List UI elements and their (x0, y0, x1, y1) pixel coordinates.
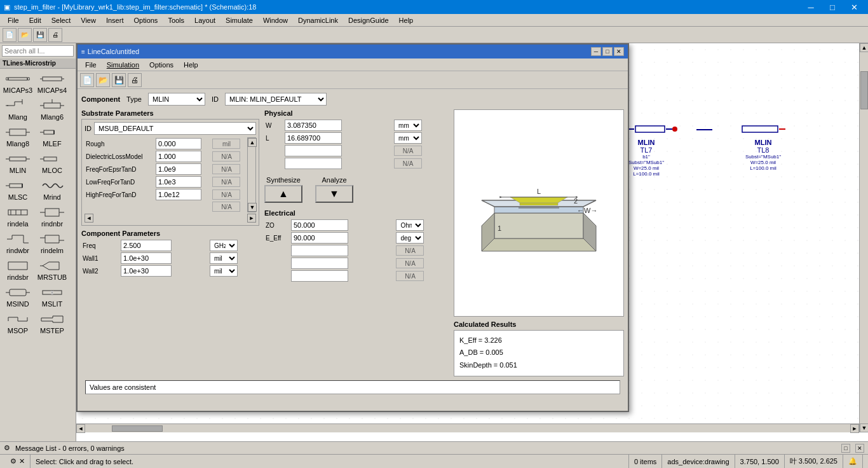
sidebar-item-mslit[interactable]: MSLIT (36, 284, 69, 309)
sidebar-item-mlang[interactable]: Mlang (1, 97, 34, 122)
wall1-input[interactable] (121, 252, 172, 264)
new-button[interactable]: 📄 (3, 28, 17, 42)
save-button[interactable]: 💾 (33, 28, 47, 42)
minimize-button[interactable]: ─ (801, 1, 821, 13)
w-input[interactable] (285, 120, 342, 131)
lc-new-button[interactable]: 📄 (80, 73, 94, 87)
menu-edit[interactable]: Edit (24, 15, 46, 25)
menu-window[interactable]: Window (258, 15, 293, 25)
open-button[interactable]: 📂 (18, 28, 32, 42)
sidebar-item-msind[interactable]: MSIND (1, 284, 34, 309)
sidebar-item-mlin[interactable]: MLIN (1, 150, 34, 176)
sidebar-item-rindela[interactable]: rindela (1, 203, 34, 229)
scroll-right-button[interactable]: ► (850, 424, 859, 433)
zo-input[interactable] (291, 219, 348, 231)
nav-right-arrow[interactable]: ► (247, 214, 256, 223)
lc-close-button[interactable]: ✕ (614, 47, 624, 56)
freqfor-input[interactable] (156, 163, 201, 175)
menu-simulate[interactable]: Simulate (220, 15, 258, 25)
sidebar-item-mlef[interactable]: MLEF (36, 123, 69, 149)
message-close-button[interactable]: ✕ (855, 444, 864, 453)
lc-menu-simulation[interactable]: Simulation (102, 60, 144, 70)
menu-layout[interactable]: Layout (189, 15, 220, 25)
scroll-left-button[interactable]: ◄ (76, 424, 85, 433)
lowfreq-input[interactable] (156, 176, 201, 188)
gear-icon[interactable]: ⚙ (10, 457, 17, 465)
highfreq-input[interactable] (156, 189, 201, 200)
lc-open-button[interactable]: 📂 (96, 73, 110, 87)
sidebar-item-mlang8[interactable]: Mlang8 (1, 123, 34, 149)
l-input[interactable] (285, 132, 342, 144)
menu-tools[interactable]: Tools (163, 15, 189, 25)
nav-left-arrow[interactable]: ◄ (85, 214, 93, 223)
print-button[interactable]: 🖨 (48, 28, 62, 42)
eeff-input[interactable] (291, 232, 348, 244)
lc-menu-file[interactable]: File (80, 60, 102, 70)
sidebar-item-mrind[interactable]: Mrind (36, 177, 69, 202)
lc-print-button[interactable]: 🖨 (128, 73, 142, 87)
wall2-input[interactable] (121, 265, 172, 277)
elec4-input[interactable] (291, 258, 348, 269)
menu-select[interactable]: Select (46, 15, 76, 25)
substrate-id-select[interactable]: MSUB_DEFAULT (94, 122, 256, 135)
close-icon[interactable]: ✕ (19, 457, 25, 465)
wall2-unit-select[interactable]: mil (210, 265, 238, 277)
menu-insert[interactable]: Insert (101, 15, 129, 25)
lc-menu-options[interactable]: Options (144, 60, 179, 70)
phys3-input[interactable] (285, 145, 342, 156)
message-maximize-button[interactable]: □ (841, 444, 850, 453)
scroll-top-button[interactable]: ▲ (860, 43, 868, 52)
sidebar-item-mlsc[interactable]: MLSC (1, 177, 34, 202)
dielectric-input[interactable] (156, 151, 201, 162)
sidebar-item-rindelm[interactable]: rindelm (36, 230, 69, 256)
sidebar-item-mstep[interactable]: MSTEP (36, 310, 69, 336)
elec5-input[interactable] (291, 270, 348, 282)
scroll-down-arrow[interactable]: ▼ (248, 203, 257, 212)
scroll-thumb[interactable] (112, 425, 163, 432)
param-unit-cell: N/A (395, 244, 449, 257)
sidebar-item-mlang6[interactable]: Mlang6 (36, 97, 69, 122)
menu-designguide[interactable]: DesignGuide (343, 15, 394, 25)
sidebar-item-micaps4[interactable]: MICAPs4 (36, 70, 69, 95)
sidebar-item-micaps3[interactable]: MICAPs3 (1, 70, 34, 95)
menu-file[interactable]: File (3, 15, 24, 25)
elec3-input[interactable] (291, 245, 348, 256)
search-input[interactable] (2, 45, 74, 57)
sidebar-item-mloc[interactable]: MLOC (36, 150, 69, 176)
scroll-up-arrow[interactable]: ▲ (248, 138, 257, 147)
eeff-unit-select[interactable]: deg (396, 232, 424, 244)
message-content: Message List - 0 errors, 0 warnings (15, 444, 125, 452)
lc-menu-help[interactable]: Help (179, 60, 203, 70)
scroll-bottom-button[interactable]: ▼ (860, 423, 868, 432)
lc-save-button[interactable]: 💾 (112, 73, 126, 87)
sidebar-item-mrstub[interactable]: MRSTUB (36, 257, 69, 282)
lc-minimize-button[interactable]: ─ (591, 47, 601, 56)
freq-unit-select[interactable]: GHz (210, 240, 238, 251)
sidebar-item-rindwbr[interactable]: rindwbr (1, 230, 34, 256)
param-name: FreqForEpsrTanD (85, 163, 154, 176)
id-select[interactable]: MLIN: MLIN_DEFAULT (225, 93, 327, 106)
menu-options[interactable]: Options (128, 15, 163, 25)
menu-dynamiclink[interactable]: DynamicLink (293, 15, 343, 25)
analyze-button[interactable]: ▼ (315, 185, 353, 203)
rough-input[interactable] (156, 138, 201, 149)
sidebar-item-rindsbr[interactable]: rindsbr (1, 257, 34, 282)
ads-titlebar: ▣ step_im_filter - [MyLibrary_wrk1_lib:s… (0, 0, 868, 14)
phys4-input[interactable] (285, 158, 342, 169)
close-button[interactable]: ✕ (844, 1, 864, 13)
lc-maximize-button[interactable]: □ (602, 47, 613, 56)
l-unit-select[interactable]: mm (394, 132, 422, 144)
w-unit-select[interactable]: mm (394, 120, 422, 131)
menu-help[interactable]: Help (394, 15, 419, 25)
maximize-button[interactable]: □ (822, 1, 843, 13)
settings-icon[interactable]: ⚙ (4, 444, 10, 452)
vert-scroll-thumb[interactable] (860, 71, 868, 109)
wall1-unit-select[interactable]: mil (210, 252, 238, 264)
sidebar-item-msop[interactable]: MSOP (1, 310, 34, 336)
synthesize-button[interactable]: ▲ (264, 185, 302, 203)
type-select[interactable]: MLIN (148, 93, 205, 106)
zo-unit-select[interactable]: Ohm (396, 219, 424, 231)
freq-input[interactable] (121, 240, 172, 251)
menu-view[interactable]: View (76, 15, 101, 25)
sidebar-item-rindnbr[interactable]: rindnbr (36, 203, 69, 229)
